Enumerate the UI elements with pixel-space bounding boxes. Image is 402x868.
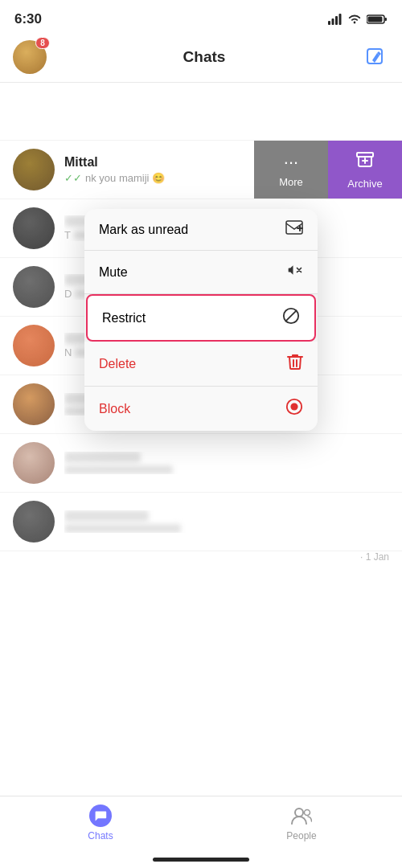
mark-unread-icon [285, 220, 303, 239]
context-menu: Mark as unread Mute Restrict [84, 209, 318, 431]
menu-item-label: Mark as unread [99, 223, 188, 237]
menu-item-label: Mute [99, 265, 128, 280]
block-icon [285, 398, 303, 420]
menu-item-delete[interactable]: Delete [84, 342, 318, 387]
menu-item-label: Block [99, 402, 130, 416]
menu-item-block[interactable]: Block [84, 387, 318, 431]
delete-icon [287, 353, 303, 375]
menu-item-restrict[interactable]: Restrict [86, 294, 316, 342]
menu-item-label: Restrict [102, 311, 146, 326]
menu-item-mute[interactable]: Mute [84, 251, 318, 294]
menu-item-label: Delete [99, 357, 136, 371]
menu-item-mark-unread[interactable]: Mark as unread [84, 209, 318, 251]
svg-point-15 [290, 403, 297, 410]
mute-icon [287, 262, 303, 282]
restrict-icon [282, 307, 300, 329]
context-menu-overlay [0, 0, 402, 868]
